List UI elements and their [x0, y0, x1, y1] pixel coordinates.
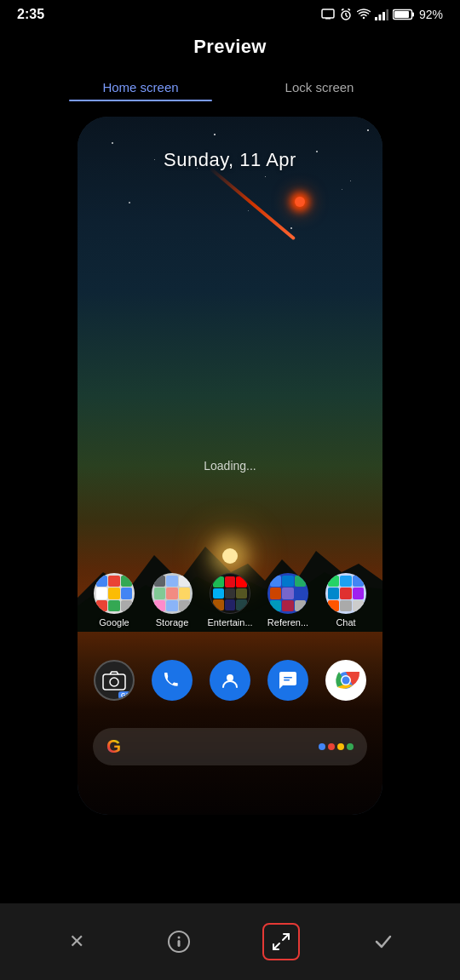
messages-icon — [278, 670, 298, 691]
svg-rect-10 — [386, 9, 388, 20]
svg-rect-7 — [375, 17, 377, 20]
svg-point-24 — [178, 937, 181, 939]
battery-icon — [393, 9, 415, 20]
expand-button[interactable] — [262, 923, 300, 960]
google-g-letter: G — [106, 736, 121, 758]
info-button[interactable] — [160, 923, 198, 960]
chrome-icon-svg — [331, 665, 361, 696]
app-icon-chrome[interactable] — [323, 660, 369, 704]
camera-icon — [102, 670, 126, 691]
status-time: 2:35 — [17, 7, 44, 22]
page-title: Preview — [0, 26, 460, 72]
alarm-icon — [339, 8, 353, 21]
svg-point-16 — [227, 674, 233, 681]
app-icon-camera[interactable]: GO — [91, 660, 137, 704]
svg-line-6 — [348, 9, 350, 11]
app-label-reference: Referen... — [265, 617, 311, 628]
bottom-action-bar: ✕ — [0, 903, 460, 980]
signal-icon — [375, 9, 388, 20]
svg-rect-14 — [103, 674, 125, 690]
expand-icon — [271, 931, 291, 952]
tab-home-screen[interactable]: Home screen — [51, 72, 230, 101]
app-icon-messages[interactable] — [265, 660, 311, 704]
phone-icon — [162, 670, 182, 691]
svg-rect-8 — [378, 14, 381, 20]
svg-line-4 — [346, 15, 348, 17]
dot-red — [328, 743, 335, 750]
app-label-chat: Chat — [323, 617, 369, 628]
svg-line-5 — [342, 9, 344, 11]
comet-head — [295, 197, 305, 207]
app-icon-entertainment[interactable]: Entertain... — [207, 573, 253, 628]
check-button[interactable] — [365, 923, 402, 960]
tab-bar: Home screen Lock screen — [0, 72, 460, 101]
svg-rect-0 — [322, 9, 334, 18]
phone-date: Sunday, 11 Apr — [78, 149, 382, 171]
app-icon-contacts[interactable] — [207, 660, 253, 704]
screen-record-icon — [321, 9, 335, 20]
app-icon-google[interactable]: Google — [91, 573, 137, 628]
contacts-icon — [220, 670, 240, 691]
svg-rect-12 — [411, 13, 414, 17]
dot-green — [347, 743, 354, 750]
app-icon-chat[interactable]: Chat — [323, 573, 369, 628]
wifi-icon — [357, 9, 371, 20]
go-badge: GO — [118, 691, 133, 699]
app-label-entertainment: Entertain... — [207, 617, 253, 628]
google-dots — [319, 743, 354, 750]
svg-rect-18 — [284, 679, 290, 681]
app-icon-reference[interactable]: Referen... — [265, 573, 311, 628]
close-icon: ✕ — [69, 931, 84, 953]
svg-rect-1 — [325, 18, 331, 20]
svg-point-15 — [110, 678, 118, 686]
svg-rect-25 — [178, 940, 181, 947]
info-icon — [167, 930, 191, 954]
dot-yellow — [337, 743, 344, 750]
status-icons: 92% — [321, 8, 443, 21]
phone-preview: Sunday, 11 Apr Loading... Google — [78, 117, 382, 815]
svg-rect-9 — [382, 12, 385, 20]
svg-rect-17 — [284, 677, 292, 679]
app-icons-row-1: Google Storage — [78, 573, 382, 628]
app-icon-storage[interactable]: Storage — [149, 573, 195, 628]
svg-rect-13 — [394, 11, 409, 18]
battery-percent: 92% — [419, 8, 443, 21]
app-icon-phone[interactable] — [149, 660, 195, 704]
loading-text: Loading... — [204, 459, 256, 473]
search-bar[interactable]: G — [93, 728, 367, 765]
svg-line-26 — [283, 934, 289, 940]
tab-lock-screen[interactable]: Lock screen — [230, 72, 409, 101]
dot-blue — [319, 743, 325, 750]
status-bar: 2:35 — [0, 0, 460, 26]
svg-point-22 — [342, 677, 350, 685]
sun — [222, 548, 238, 564]
app-icons-row-2: GO — [78, 660, 382, 704]
check-icon — [372, 931, 394, 953]
app-label-google: Google — [91, 617, 137, 628]
app-label-storage: Storage — [149, 617, 195, 628]
close-button[interactable]: ✕ — [58, 923, 95, 960]
svg-line-27 — [273, 943, 279, 949]
